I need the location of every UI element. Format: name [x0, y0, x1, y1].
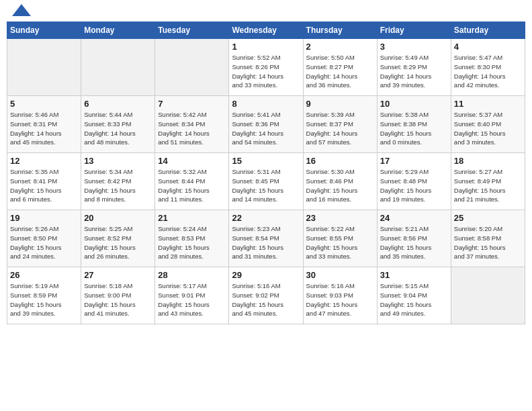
day-number: 29	[232, 270, 300, 280]
day-info: Sunrise: 5:34 AM Sunset: 8:42 PM Dayligh…	[84, 167, 152, 204]
day-info: Sunrise: 5:17 AM Sunset: 9:01 PM Dayligh…	[158, 281, 226, 318]
calendar-cell: 10Sunrise: 5:38 AM Sunset: 8:38 PM Dayli…	[377, 96, 451, 153]
column-header-wednesday: Wednesday	[229, 22, 303, 39]
day-info: Sunrise: 5:37 AM Sunset: 8:40 PM Dayligh…	[454, 110, 522, 147]
day-number: 24	[380, 213, 448, 223]
calendar-cell: 24Sunrise: 5:21 AM Sunset: 8:56 PM Dayli…	[377, 210, 451, 267]
day-number: 4	[454, 42, 522, 52]
calendar-cell: 21Sunrise: 5:24 AM Sunset: 8:53 PM Dayli…	[155, 210, 229, 267]
day-info: Sunrise: 5:25 AM Sunset: 8:52 PM Dayligh…	[84, 224, 152, 261]
calendar-cell: 17Sunrise: 5:29 AM Sunset: 8:48 PM Dayli…	[377, 153, 451, 210]
day-number: 5	[10, 99, 78, 109]
day-info: Sunrise: 5:26 AM Sunset: 8:50 PM Dayligh…	[10, 224, 78, 261]
day-info: Sunrise: 5:16 AM Sunset: 9:02 PM Dayligh…	[232, 281, 300, 318]
day-number: 6	[84, 99, 152, 109]
calendar-cell: 28Sunrise: 5:17 AM Sunset: 9:01 PM Dayli…	[155, 267, 229, 324]
day-number: 17	[380, 156, 448, 166]
column-header-sunday: Sunday	[7, 22, 81, 39]
day-info: Sunrise: 5:22 AM Sunset: 8:55 PM Dayligh…	[306, 224, 374, 261]
calendar-cell: 14Sunrise: 5:32 AM Sunset: 8:44 PM Dayli…	[155, 153, 229, 210]
day-info: Sunrise: 5:16 AM Sunset: 9:03 PM Dayligh…	[306, 281, 374, 318]
calendar-cell: 31Sunrise: 5:15 AM Sunset: 9:04 PM Dayli…	[377, 267, 451, 324]
svg-marker-0	[12, 4, 31, 16]
column-header-thursday: Thursday	[303, 22, 377, 39]
day-number: 7	[158, 99, 226, 109]
day-number: 30	[306, 270, 374, 280]
calendar-cell: 29Sunrise: 5:16 AM Sunset: 9:02 PM Dayli…	[229, 267, 303, 324]
calendar-cell: 27Sunrise: 5:18 AM Sunset: 9:00 PM Dayli…	[81, 267, 155, 324]
day-info: Sunrise: 5:21 AM Sunset: 8:56 PM Dayligh…	[380, 224, 448, 261]
day-number: 3	[380, 42, 448, 52]
day-info: Sunrise: 5:38 AM Sunset: 8:38 PM Dayligh…	[380, 110, 448, 147]
calendar-cell: 25Sunrise: 5:20 AM Sunset: 8:58 PM Dayli…	[451, 210, 525, 267]
calendar-cell: 30Sunrise: 5:16 AM Sunset: 9:03 PM Dayli…	[303, 267, 377, 324]
calendar-cell	[451, 267, 525, 324]
day-info: Sunrise: 5:19 AM Sunset: 8:59 PM Dayligh…	[10, 281, 78, 318]
day-info: Sunrise: 5:32 AM Sunset: 8:44 PM Dayligh…	[158, 167, 226, 204]
calendar-cell: 7Sunrise: 5:42 AM Sunset: 8:34 PM Daylig…	[155, 96, 229, 153]
day-number: 14	[158, 156, 226, 166]
day-info: Sunrise: 5:39 AM Sunset: 8:37 PM Dayligh…	[306, 110, 374, 147]
day-number: 21	[158, 213, 226, 223]
day-info: Sunrise: 5:15 AM Sunset: 9:04 PM Dayligh…	[380, 281, 448, 318]
day-info: Sunrise: 5:46 AM Sunset: 8:31 PM Dayligh…	[10, 110, 78, 147]
day-number: 20	[84, 213, 152, 223]
calendar-cell: 3Sunrise: 5:49 AM Sunset: 8:29 PM Daylig…	[377, 39, 451, 96]
calendar-cell	[155, 39, 229, 96]
day-info: Sunrise: 5:49 AM Sunset: 8:29 PM Dayligh…	[380, 53, 448, 90]
day-number: 28	[158, 270, 226, 280]
calendar-cell: 2Sunrise: 5:50 AM Sunset: 8:27 PM Daylig…	[303, 39, 377, 96]
day-info: Sunrise: 5:52 AM Sunset: 8:26 PM Dayligh…	[232, 53, 300, 90]
calendar-cell: 4Sunrise: 5:47 AM Sunset: 8:30 PM Daylig…	[451, 39, 525, 96]
day-info: Sunrise: 5:29 AM Sunset: 8:48 PM Dayligh…	[380, 167, 448, 204]
day-info: Sunrise: 5:27 AM Sunset: 8:49 PM Dayligh…	[454, 167, 522, 204]
day-number: 26	[10, 270, 78, 280]
calendar-cell: 9Sunrise: 5:39 AM Sunset: 8:37 PM Daylig…	[303, 96, 377, 153]
day-number: 31	[380, 270, 448, 280]
day-number: 15	[232, 156, 300, 166]
day-number: 16	[306, 156, 374, 166]
day-info: Sunrise: 5:47 AM Sunset: 8:30 PM Dayligh…	[454, 53, 522, 90]
day-number: 18	[454, 156, 522, 166]
day-number: 1	[232, 42, 300, 52]
calendar-week-row: 1Sunrise: 5:52 AM Sunset: 8:26 PM Daylig…	[7, 39, 525, 96]
calendar-cell: 11Sunrise: 5:37 AM Sunset: 8:40 PM Dayli…	[451, 96, 525, 153]
calendar-week-row: 19Sunrise: 5:26 AM Sunset: 8:50 PM Dayli…	[7, 210, 525, 267]
calendar-cell: 1Sunrise: 5:52 AM Sunset: 8:26 PM Daylig…	[229, 39, 303, 96]
day-info: Sunrise: 5:50 AM Sunset: 8:27 PM Dayligh…	[306, 53, 374, 90]
calendar-cell: 16Sunrise: 5:30 AM Sunset: 8:46 PM Dayli…	[303, 153, 377, 210]
day-info: Sunrise: 5:18 AM Sunset: 9:00 PM Dayligh…	[84, 281, 152, 318]
calendar-cell: 23Sunrise: 5:22 AM Sunset: 8:55 PM Dayli…	[303, 210, 377, 267]
day-info: Sunrise: 5:44 AM Sunset: 8:33 PM Dayligh…	[84, 110, 152, 147]
calendar-cell: 22Sunrise: 5:23 AM Sunset: 8:54 PM Dayli…	[229, 210, 303, 267]
day-info: Sunrise: 5:42 AM Sunset: 8:34 PM Dayligh…	[158, 110, 226, 147]
day-number: 9	[306, 99, 374, 109]
logo	[9, 7, 31, 16]
calendar-cell: 8Sunrise: 5:41 AM Sunset: 8:36 PM Daylig…	[229, 96, 303, 153]
calendar-table: SundayMondayTuesdayWednesdayThursdayFrid…	[7, 21, 525, 324]
day-info: Sunrise: 5:23 AM Sunset: 8:54 PM Dayligh…	[232, 224, 300, 261]
calendar-cell: 13Sunrise: 5:34 AM Sunset: 8:42 PM Dayli…	[81, 153, 155, 210]
calendar-week-row: 5Sunrise: 5:46 AM Sunset: 8:31 PM Daylig…	[7, 96, 525, 153]
column-header-saturday: Saturday	[451, 22, 525, 39]
calendar-week-row: 26Sunrise: 5:19 AM Sunset: 8:59 PM Dayli…	[7, 267, 525, 324]
day-number: 13	[84, 156, 152, 166]
calendar-cell	[7, 39, 81, 96]
column-header-friday: Friday	[377, 22, 451, 39]
page-header	[7, 7, 525, 16]
calendar-cell	[81, 39, 155, 96]
calendar-cell: 20Sunrise: 5:25 AM Sunset: 8:52 PM Dayli…	[81, 210, 155, 267]
day-number: 11	[454, 99, 522, 109]
day-info: Sunrise: 5:31 AM Sunset: 8:45 PM Dayligh…	[232, 167, 300, 204]
column-header-tuesday: Tuesday	[155, 22, 229, 39]
day-number: 19	[10, 213, 78, 223]
calendar-week-row: 12Sunrise: 5:35 AM Sunset: 8:41 PM Dayli…	[7, 153, 525, 210]
calendar-cell: 15Sunrise: 5:31 AM Sunset: 8:45 PM Dayli…	[229, 153, 303, 210]
day-number: 27	[84, 270, 152, 280]
day-info: Sunrise: 5:41 AM Sunset: 8:36 PM Dayligh…	[232, 110, 300, 147]
column-header-monday: Monday	[81, 22, 155, 39]
day-info: Sunrise: 5:24 AM Sunset: 8:53 PM Dayligh…	[158, 224, 226, 261]
calendar-cell: 5Sunrise: 5:46 AM Sunset: 8:31 PM Daylig…	[7, 96, 81, 153]
day-number: 8	[232, 99, 300, 109]
day-number: 2	[306, 42, 374, 52]
